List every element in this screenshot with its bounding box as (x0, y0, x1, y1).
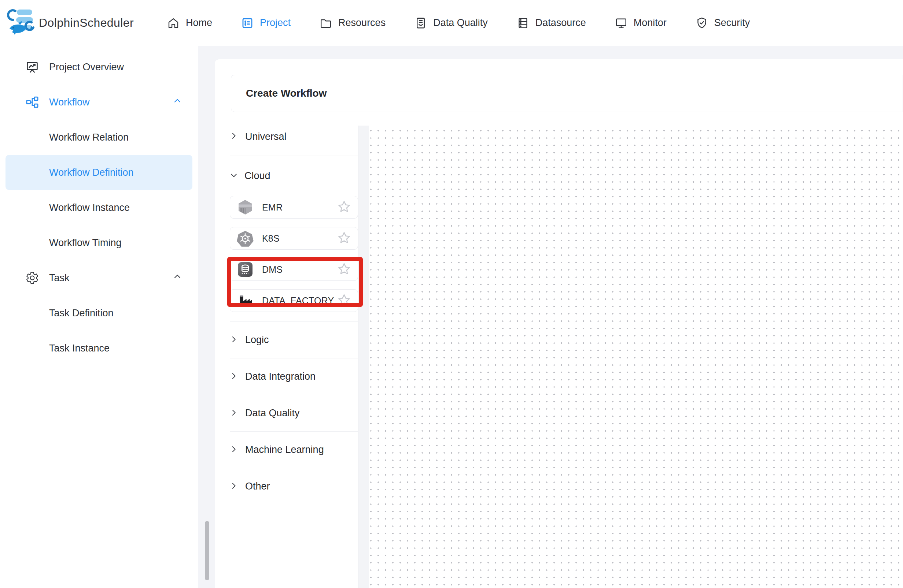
sidebar-item-workflow-instance[interactable]: Workflow Instance (0, 190, 198, 225)
task-item-data-factory[interactable]: DATA_FACTORY (230, 289, 358, 312)
chevron-right-icon (230, 482, 238, 491)
nav-items: Home Project (167, 16, 750, 30)
workflow-canvas[interactable] (369, 125, 903, 588)
sidebar-item-label: Workflow Definition (49, 167, 134, 178)
star-icon[interactable] (337, 293, 351, 308)
section-label: Logic (245, 334, 269, 346)
shield-icon (695, 16, 708, 30)
sidebar-item-task-instance[interactable]: Task Instance (0, 331, 198, 366)
sidebar-item-label: Task Instance (49, 343, 110, 354)
sidebar-item-workflow-timing[interactable]: Workflow Timing (0, 225, 198, 260)
main-area: Create Workflow Universal (198, 46, 903, 588)
sidebar-item-workflow[interactable]: Workflow (0, 85, 198, 120)
task-panel-scrollbar-track[interactable] (358, 125, 369, 588)
section-data-quality[interactable]: Data Quality (230, 395, 358, 431)
page-title-card: Create Workflow (231, 75, 903, 112)
gear-icon (25, 271, 39, 285)
task-item-label: DATA_FACTORY (262, 295, 334, 306)
star-icon[interactable] (337, 230, 351, 246)
nav-item-datasource[interactable]: Datasource (516, 16, 586, 30)
nav-item-label: Project (260, 17, 291, 28)
nav-item-label: Monitor (634, 17, 667, 28)
task-item-label: EMR (262, 202, 283, 213)
task-item-dms[interactable]: DMS (230, 258, 358, 281)
dolphinscheduler-app: DolphinScheduler Home (0, 0, 903, 588)
project-icon (241, 16, 254, 30)
chevron-up-icon[interactable] (173, 97, 182, 108)
sidebar-item-label: Project Overview (49, 61, 124, 73)
nav-item-label: Resources (338, 17, 385, 28)
sidebar-item-label: Workflow Relation (49, 132, 129, 143)
folder-icon (319, 16, 332, 30)
task-item-k8s[interactable]: K8S (230, 227, 358, 250)
section-label: Other (245, 481, 270, 492)
nav-item-security[interactable]: Security (695, 16, 750, 30)
task-item-label: K8S (262, 233, 280, 244)
datasource-icon (516, 16, 530, 30)
nav-item-label: Data Quality (433, 17, 488, 28)
sidebar: Project Overview Workflow Workflow Relat… (0, 46, 198, 588)
monitor-icon (615, 16, 628, 30)
task-item-emr[interactable]: EMR (230, 196, 358, 219)
section-machine-learning[interactable]: Machine Learning (230, 431, 358, 468)
star-icon[interactable] (337, 199, 351, 215)
sidebar-scrollbar[interactable] (205, 521, 209, 580)
dolphin-logo (7, 6, 35, 40)
dms-database-icon (236, 261, 254, 278)
sidebar-item-task-definition[interactable]: Task Definition (0, 295, 198, 331)
sidebar-item-task[interactable]: Task (0, 260, 198, 295)
cloud-task-items: EMR (230, 196, 358, 321)
brand-name: DolphinScheduler (39, 16, 134, 30)
nav-item-project[interactable]: Project (241, 16, 291, 30)
section-label: Data Integration (245, 371, 316, 382)
sidebar-item-label: Workflow Timing (49, 237, 122, 249)
section-label: Universal (245, 131, 286, 143)
nav-item-resources[interactable]: Resources (319, 16, 385, 30)
chevron-down-icon (230, 171, 238, 181)
section-data-integration[interactable]: Data Integration (230, 358, 358, 395)
nav-item-label: Security (714, 17, 750, 28)
overview-board-icon (25, 60, 39, 74)
nav-item-label: Datasource (535, 17, 586, 28)
top-nav: DolphinScheduler Home (0, 0, 903, 46)
section-universal[interactable]: Universal (230, 125, 358, 155)
nav-item-monitor[interactable]: Monitor (615, 16, 667, 30)
home-icon (167, 16, 180, 30)
sidebar-item-label: Workflow (49, 97, 90, 108)
section-other[interactable]: Other (230, 468, 358, 505)
chevron-right-icon (230, 132, 238, 141)
section-logic[interactable]: Logic (230, 321, 358, 358)
section-cloud[interactable]: Cloud (230, 155, 358, 196)
workflow-icon (25, 95, 39, 110)
brand[interactable]: DolphinScheduler (7, 6, 167, 40)
star-icon[interactable] (337, 262, 351, 277)
task-item-label: DMS (262, 264, 283, 275)
chevron-up-icon[interactable] (173, 273, 182, 284)
nav-item-data-quality[interactable]: Data Quality (414, 16, 488, 30)
task-type-panel: Universal Cloud (215, 125, 358, 588)
chevron-right-icon (230, 445, 238, 455)
sidebar-item-workflow-relation[interactable]: Workflow Relation (0, 120, 198, 155)
section-label: Cloud (244, 170, 271, 182)
sidebar-item-label: Task (49, 273, 70, 284)
chevron-right-icon (230, 409, 238, 418)
sidebar-item-label: Workflow Instance (49, 202, 130, 213)
emr-icon (236, 198, 254, 216)
section-label: Machine Learning (245, 444, 324, 455)
nav-item-home[interactable]: Home (167, 16, 212, 30)
content-panel: Create Workflow Universal (215, 59, 903, 588)
nav-item-label: Home (186, 17, 212, 28)
chevron-right-icon (230, 336, 238, 345)
page-title: Create Workflow (246, 88, 327, 99)
chevron-right-icon (230, 372, 238, 381)
data-quality-icon (414, 16, 427, 30)
data-factory-icon (236, 292, 254, 309)
sidebar-item-workflow-definition[interactable]: Workflow Definition (5, 155, 192, 190)
sidebar-item-project-overview[interactable]: Project Overview (0, 49, 198, 85)
sidebar-item-label: Task Definition (49, 307, 113, 319)
kubernetes-icon (236, 230, 254, 247)
workflow-editor: Universal Cloud (215, 125, 903, 588)
section-label: Data Quality (245, 408, 300, 419)
